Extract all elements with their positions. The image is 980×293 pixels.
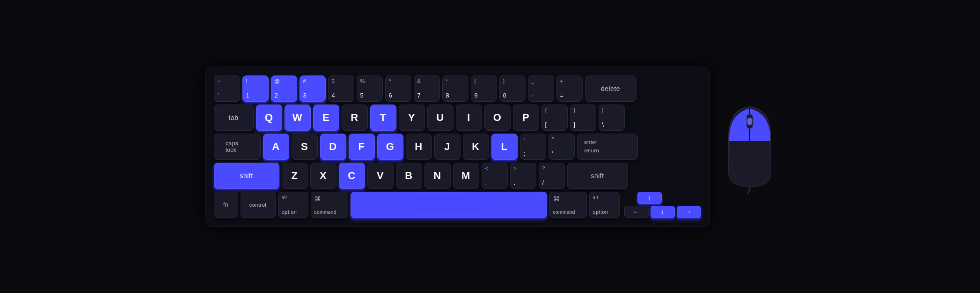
key-semicolon[interactable]: : ; — [520, 134, 546, 160]
key-7[interactable]: & 7 — [414, 75, 440, 102]
key-c[interactable]: C — [339, 163, 365, 189]
key-q[interactable]: Q — [256, 105, 282, 131]
key-shift-right[interactable]: shift — [567, 163, 628, 189]
key-fn[interactable]: fn — [214, 192, 238, 218]
svg-rect-2 — [747, 118, 752, 125]
spacebar-logo: OnlineGames.io — [409, 199, 489, 210]
key-enter[interactable]: enter return — [577, 134, 638, 160]
key-backslash[interactable]: | \ — [599, 105, 625, 131]
key-n[interactable]: N — [424, 163, 451, 189]
key-tab[interactable]: tab — [214, 105, 254, 131]
key-arrow-right[interactable]: → — [677, 206, 701, 218]
key-3[interactable]: # 3 — [300, 75, 326, 102]
keyboard-layout: ~ ` ! 1 @ 2 # 3 $ 4 % 5 — [196, 57, 785, 236]
key-j[interactable]: J — [434, 134, 461, 160]
keyboard: ~ ` ! 1 @ 2 # 3 $ 4 % 5 — [205, 67, 710, 227]
key-k[interactable]: K — [463, 134, 489, 160]
zxcv-row: shift Z X C V B N M < — [214, 163, 701, 189]
key-m[interactable]: M — [453, 163, 479, 189]
key-alt-right[interactable]: alt option — [589, 192, 620, 218]
key-period[interactable]: > . — [510, 163, 536, 189]
key-e[interactable]: E — [313, 105, 339, 131]
key-x[interactable]: X — [310, 163, 336, 189]
key-i[interactable]: I — [456, 105, 482, 131]
key-p[interactable]: P — [513, 105, 539, 131]
key-r[interactable]: R — [342, 105, 368, 131]
bottom-row: fn control alt option ⌘ command OnlineGa… — [214, 192, 701, 218]
key-shift-left[interactable]: shift — [214, 163, 279, 189]
key-caps-lock[interactable]: caps lock — [214, 134, 261, 160]
key-d[interactable]: D — [320, 134, 346, 160]
key-t[interactable]: T — [370, 105, 396, 131]
mouse-illustration — [724, 100, 775, 194]
key-g[interactable]: G — [377, 134, 403, 160]
key-a[interactable]: A — [263, 134, 289, 160]
qwerty-row: tab Q W E R T Y U I — [214, 105, 701, 131]
key-9[interactable]: ( 9 — [471, 75, 497, 102]
arrow-cluster: ↑ ← ↓ → — [624, 192, 701, 218]
key-slash[interactable]: ? / — [539, 163, 565, 189]
key-h[interactable]: H — [406, 134, 432, 160]
key-comma[interactable]: < , — [482, 163, 508, 189]
key-spacebar[interactable]: OnlineGames.io — [351, 192, 547, 218]
key-f[interactable]: F — [349, 134, 375, 160]
key-b[interactable]: B — [396, 163, 422, 189]
number-row: ~ ` ! 1 @ 2 # 3 $ 4 % 5 — [214, 75, 701, 102]
key-u[interactable]: U — [427, 105, 453, 131]
key-arrow-up[interactable]: ↑ — [637, 192, 662, 204]
key-minus[interactable]: _ - — [528, 75, 554, 102]
key-quote[interactable]: " ' — [549, 134, 575, 160]
asdf-row: caps lock A S D F G H J — [214, 134, 701, 160]
key-l[interactable]: L — [491, 134, 518, 160]
key-z[interactable]: Z — [282, 163, 308, 189]
key-v[interactable]: V — [367, 163, 394, 189]
key-s[interactable]: S — [292, 134, 318, 160]
key-6[interactable]: ^ 6 — [385, 75, 411, 102]
key-command-right[interactable]: ⌘ command — [549, 192, 587, 218]
key-control[interactable]: control — [241, 192, 276, 218]
key-arrow-down[interactable]: ↓ — [651, 206, 675, 218]
key-command-left[interactable]: ⌘ command — [311, 192, 348, 218]
key-bracket-left[interactable]: { [ — [541, 105, 568, 131]
key-1[interactable]: ! 1 — [242, 75, 269, 102]
key-2[interactable]: @ 2 — [271, 75, 297, 102]
key-w[interactable]: W — [285, 105, 311, 131]
key-4[interactable]: $ 4 — [328, 75, 354, 102]
key-tilde[interactable]: ~ ` — [214, 75, 240, 102]
key-y[interactable]: Y — [399, 105, 425, 131]
key-8[interactable]: * 8 — [442, 75, 468, 102]
key-bracket-right[interactable]: } ] — [570, 105, 596, 131]
key-5[interactable]: % 5 — [357, 75, 383, 102]
key-equals[interactable]: + = — [556, 75, 583, 102]
key-delete[interactable]: delete — [585, 75, 636, 102]
mouse-svg — [724, 100, 775, 194]
key-arrow-left[interactable]: ← — [624, 206, 649, 218]
key-alt-left[interactable]: alt option — [278, 192, 308, 218]
key-o[interactable]: O — [484, 105, 511, 131]
key-0[interactable]: ) 0 — [499, 75, 526, 102]
